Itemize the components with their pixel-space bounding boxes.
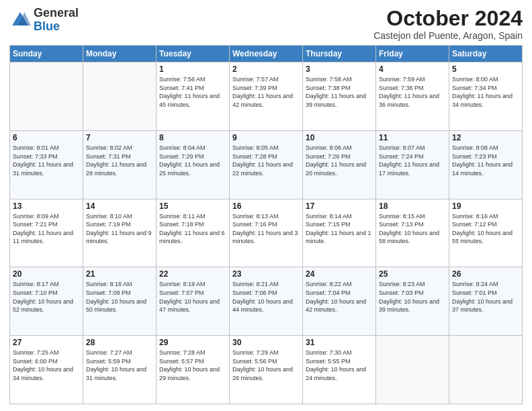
day-number: 15 [159,201,226,211]
day-info: Sunrise: 8:02 AMSunset: 7:31 PMDaylight:… [86,144,153,177]
day-number: 13 [13,201,80,211]
day-number: 1 [159,64,226,74]
day-number: 29 [159,338,226,347]
day-number: 28 [86,338,153,347]
day-number: 30 [232,338,300,347]
weekday-header-friday: Friday [376,46,449,62]
weekday-header-row: SundayMondayTuesdayWednesdayThursdayFrid… [10,46,523,62]
calendar-cell: 15Sunrise: 8:11 AMSunset: 7:18 PMDayligh… [157,199,230,267]
week-row-1: 1Sunrise: 7:56 AMSunset: 7:41 PMDaylight… [10,62,523,131]
logo-text: General Blue [34,7,79,34]
day-info: Sunrise: 7:58 AMSunset: 7:38 PMDaylight:… [306,75,373,109]
location: Castejon del Puente, Aragon, Spain [373,30,523,41]
calendar-cell: 18Sunrise: 8:15 AMSunset: 7:13 PMDayligh… [376,199,449,267]
day-info: Sunrise: 8:22 AMSunset: 7:04 PMDaylight:… [306,280,373,314]
day-number: 11 [379,133,446,142]
logo-blue: Blue [34,19,60,33]
day-number: 16 [232,201,300,211]
day-info: Sunrise: 8:05 AMSunset: 7:28 PMDaylight:… [232,144,300,177]
logo: General Blue [9,7,79,34]
day-info: Sunrise: 8:11 AMSunset: 7:18 PMDaylight:… [159,212,226,246]
day-number: 8 [159,133,226,142]
day-info: Sunrise: 8:13 AMSunset: 7:16 PMDaylight:… [232,212,300,246]
calendar-cell: 16Sunrise: 8:13 AMSunset: 7:16 PMDayligh… [230,199,303,267]
day-info: Sunrise: 8:00 AMSunset: 7:34 PMDaylight:… [452,75,519,109]
calendar-cell: 13Sunrise: 8:09 AMSunset: 7:21 PMDayligh… [10,199,83,267]
calendar-cell [376,336,449,404]
day-info: Sunrise: 7:59 AMSunset: 7:36 PMDaylight:… [379,75,446,109]
calendar-cell: 2Sunrise: 7:57 AMSunset: 7:39 PMDaylight… [230,62,303,131]
calendar-cell: 20Sunrise: 8:17 AMSunset: 7:10 PMDayligh… [10,267,83,336]
calendar-cell: 7Sunrise: 8:02 AMSunset: 7:31 PMDaylight… [83,130,157,199]
day-info: Sunrise: 8:19 AMSunset: 7:07 PMDaylight:… [159,280,226,314]
week-row-5: 27Sunrise: 7:25 AMSunset: 6:00 PMDayligh… [10,336,523,404]
day-number: 10 [306,133,373,142]
calendar-cell: 1Sunrise: 7:56 AMSunset: 7:41 PMDaylight… [157,62,230,131]
weekday-header-saturday: Saturday [449,46,523,62]
day-number: 25 [379,269,446,279]
day-info: Sunrise: 8:04 AMSunset: 7:29 PMDaylight:… [159,144,226,177]
day-number: 12 [452,133,519,142]
calendar-cell: 27Sunrise: 7:25 AMSunset: 6:00 PMDayligh… [10,336,83,404]
day-info: Sunrise: 7:30 AMSunset: 5:55 PMDaylight:… [306,349,373,382]
calendar-cell: 6Sunrise: 8:01 AMSunset: 7:33 PMDaylight… [10,130,83,199]
day-number: 26 [452,269,519,279]
day-number: 6 [13,133,80,142]
calendar-cell: 31Sunrise: 7:30 AMSunset: 5:55 PMDayligh… [303,336,376,404]
calendar-cell: 4Sunrise: 7:59 AMSunset: 7:36 PMDaylight… [376,62,449,131]
day-info: Sunrise: 7:28 AMSunset: 5:57 PMDaylight:… [159,349,226,382]
day-info: Sunrise: 8:10 AMSunset: 7:19 PMDaylight:… [86,212,153,246]
day-info: Sunrise: 8:07 AMSunset: 7:24 PMDaylight:… [379,144,446,177]
weekday-header-tuesday: Tuesday [157,46,230,62]
day-number: 2 [232,64,300,74]
calendar-cell: 8Sunrise: 8:04 AMSunset: 7:29 PMDaylight… [157,130,230,199]
calendar-cell: 26Sunrise: 8:24 AMSunset: 7:01 PMDayligh… [449,267,523,336]
calendar-cell: 25Sunrise: 8:23 AMSunset: 7:03 PMDayligh… [376,267,449,336]
calendar-cell: 22Sunrise: 8:19 AMSunset: 7:07 PMDayligh… [157,267,230,336]
day-number: 18 [379,201,446,211]
day-number: 22 [159,269,226,279]
day-info: Sunrise: 8:23 AMSunset: 7:03 PMDaylight:… [379,280,446,314]
weekday-header-monday: Monday [83,46,157,62]
title-block: October 2024 Castejon del Puente, Aragon… [373,7,523,41]
day-info: Sunrise: 8:18 AMSunset: 7:09 PMDaylight:… [86,280,153,314]
day-number: 17 [306,201,373,211]
calendar-cell: 3Sunrise: 7:58 AMSunset: 7:38 PMDaylight… [303,62,376,131]
day-info: Sunrise: 7:57 AMSunset: 7:39 PMDaylight:… [232,75,300,109]
day-info: Sunrise: 8:14 AMSunset: 7:15 PMDaylight:… [306,212,373,246]
day-number: 21 [86,269,153,279]
calendar: SundayMondayTuesdayWednesdayThursdayFrid… [9,45,523,404]
day-info: Sunrise: 8:01 AMSunset: 7:33 PMDaylight:… [13,144,80,177]
day-info: Sunrise: 7:25 AMSunset: 6:00 PMDaylight:… [13,349,80,382]
calendar-cell: 29Sunrise: 7:28 AMSunset: 5:57 PMDayligh… [157,336,230,404]
calendar-cell: 11Sunrise: 8:07 AMSunset: 7:24 PMDayligh… [376,130,449,199]
day-number: 9 [232,133,300,142]
day-number: 27 [13,338,80,347]
calendar-cell: 10Sunrise: 8:06 AMSunset: 7:26 PMDayligh… [303,130,376,199]
calendar-cell: 12Sunrise: 8:08 AMSunset: 7:23 PMDayligh… [449,130,523,199]
weekday-header-sunday: Sunday [10,46,83,62]
weekday-header-thursday: Thursday [303,46,376,62]
day-info: Sunrise: 8:08 AMSunset: 7:23 PMDaylight:… [452,144,519,177]
calendar-cell: 23Sunrise: 8:21 AMSunset: 7:06 PMDayligh… [230,267,303,336]
calendar-cell [10,62,83,131]
day-info: Sunrise: 8:15 AMSunset: 7:13 PMDaylight:… [379,212,446,246]
calendar-cell: 24Sunrise: 8:22 AMSunset: 7:04 PMDayligh… [303,267,376,336]
day-info: Sunrise: 8:21 AMSunset: 7:06 PMDaylight:… [232,280,300,314]
day-number: 31 [306,338,373,347]
day-number: 3 [306,64,373,74]
day-info: Sunrise: 7:27 AMSunset: 5:59 PMDaylight:… [86,349,153,382]
calendar-cell [449,336,523,404]
day-number: 7 [86,133,153,142]
calendar-cell: 14Sunrise: 8:10 AMSunset: 7:19 PMDayligh… [83,199,157,267]
calendar-cell: 17Sunrise: 8:14 AMSunset: 7:15 PMDayligh… [303,199,376,267]
calendar-cell: 21Sunrise: 8:18 AMSunset: 7:09 PMDayligh… [83,267,157,336]
calendar-cell [83,62,157,131]
day-info: Sunrise: 8:06 AMSunset: 7:26 PMDaylight:… [306,144,373,177]
day-info: Sunrise: 8:24 AMSunset: 7:01 PMDaylight:… [452,280,519,314]
weekday-header-wednesday: Wednesday [230,46,303,62]
day-number: 14 [86,201,153,211]
week-row-3: 13Sunrise: 8:09 AMSunset: 7:21 PMDayligh… [10,199,523,267]
day-info: Sunrise: 7:56 AMSunset: 7:41 PMDaylight:… [159,75,226,109]
day-number: 5 [452,64,519,74]
